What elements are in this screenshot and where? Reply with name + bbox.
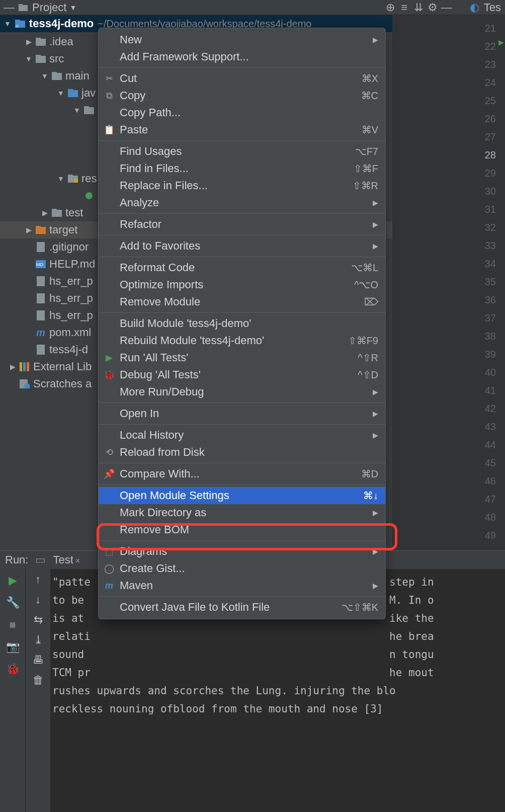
submenu-arrow-icon: ▶ [373,199,378,207]
context-menu: New▶Add Framework Support...✂Cut⌘X⧉Copy⌘… [98,28,386,619]
tree-arrow-icon[interactable]: ▼ [73,106,80,114]
menu-item[interactable]: New▶ [99,31,385,48]
line-number: 49 [392,526,505,544]
menu-item[interactable]: Optimize Imports^⌥O [99,276,385,293]
submenu-arrow-icon: ▶ [373,220,378,228]
scroll-icon[interactable]: ⤓ [34,633,43,646]
menu-item[interactable]: ▶Run 'All Tests'^⇧R [99,349,385,366]
line-number: 38 [392,327,505,345]
trash-icon[interactable]: 🗑 [33,674,44,687]
minimize-icon[interactable]: — [4,3,14,13]
menu-item-label: Open In [120,407,368,420]
menu-item[interactable]: Find in Files...⇧⌘F [99,160,385,177]
menu-item[interactable]: Add Framework Support... [99,48,385,65]
line-number: 31 [392,200,505,218]
line-number: 43 [392,418,505,436]
tree-arrow-icon[interactable]: ▶ [25,38,32,46]
menu-item[interactable]: Remove Module⌦ [99,293,385,310]
hide-icon[interactable]: — [442,3,452,13]
tree-arrow-icon[interactable]: ▼ [41,72,48,80]
tree-arrow-icon[interactable]: ▼ [57,175,64,183]
target-icon[interactable]: ⊕ [385,3,395,13]
up-arrow-icon[interactable]: ↑ [35,573,41,586]
menu-item[interactable]: ⟲Reload from Disk [99,444,385,461]
menu-item[interactable]: Replace in Files...⇧⌘R [99,177,385,194]
wrap-icon[interactable]: ⇆ [34,613,43,626]
menu-item[interactable]: Analyze▶ [99,194,385,211]
gear-icon[interactable]: ⚙ [428,3,438,13]
menu-item-shortcut: ^⇧R [358,352,378,364]
menu-item-label: Reformat Code [120,261,346,274]
print-icon[interactable]: 🖶 [33,654,44,667]
menu-item[interactable]: Find Usages⌥F7 [99,143,385,160]
menu-item[interactable]: Mark Directory as▶ [99,504,385,521]
line-number: 48 [392,508,505,526]
menu-item[interactable]: Add to Favorites▶ [99,237,385,255]
run-tab[interactable]: Test× [53,553,80,566]
menu-item-label: Local History [120,429,368,442]
line-number: 33 [392,236,505,255]
project-root-name: tess4j-demo [29,17,94,30]
menu-item[interactable]: Remove BOM [99,521,385,538]
menu-item[interactable]: 📋Paste⌘V [99,121,385,138]
camera-icon[interactable]: 📷 [5,639,20,655]
close-icon[interactable]: × [75,556,80,565]
wrench-icon[interactable]: 🔧 [5,595,20,610]
menu-item[interactable]: ✂Cut⌘X [99,70,385,87]
run-toolbar-primary: ▶ 🔧 ■ 📷 🐞 [0,569,25,812]
menu-item[interactable]: ⬚Diagrams▶ [99,543,385,560]
menu-separator [99,67,385,68]
menu-item[interactable]: 🐞Debug 'All Tests'^⇧D [99,366,385,383]
tree-node-icon [35,310,46,321]
menu-item[interactable]: Rebuild Module 'tess4j-demo'⇧⌘F9 [99,332,385,349]
bug-icon[interactable]: 🐞 [5,662,20,677]
menu-item[interactable]: Refactor▶ [99,216,385,233]
tree-arrow-icon[interactable]: ▼ [25,55,32,63]
tree-node-label: test [65,206,83,219]
menu-item[interactable]: Open Module Settings⌘↓ [99,487,385,504]
menu-item-icon: ⧉ [104,91,115,101]
gutter-run-icon[interactable]: ▶ [498,38,504,46]
menu-separator [99,140,385,141]
menu-separator [99,540,385,541]
menu-item[interactable]: Copy Path... [99,104,385,121]
line-number: 45 [392,454,505,472]
run-button[interactable]: ▶ [5,573,20,588]
menu-item[interactable]: mMaven▶ [99,577,385,594]
menu-item-shortcut: ⌘V [362,124,378,136]
svg-rect-31 [23,362,26,371]
run-tab-icon: ▭ [35,553,46,566]
menu-item[interactable]: Build Module 'tess4j-demo' [99,315,385,332]
project-icon [18,3,28,13]
menu-separator [99,484,385,485]
svg-rect-7 [36,56,46,63]
menu-item-label: Compare With... [120,467,356,480]
tree-arrow-icon[interactable]: ▶ [25,226,32,234]
submenu-arrow-icon: ▶ [373,547,378,555]
svg-rect-12 [68,89,73,91]
collapse-icon[interactable]: ⇊ [413,3,424,13]
down-arrow-icon[interactable]: ↓ [35,593,41,606]
svg-rect-17 [74,179,78,183]
project-dropdown[interactable]: Project ▼ [32,1,76,14]
tree-node-label: Scratches a [33,377,92,390]
menu-item[interactable]: Convert Java File to Kotlin File⌥⇧⌘K [99,599,385,616]
menu-item[interactable]: 📌Compare With...⌘D [99,465,385,482]
editor-tab-label[interactable]: Tes [484,1,501,14]
menu-item[interactable]: Local History▶ [99,427,385,444]
tree-node-icon [67,173,78,184]
expand-icon[interactable]: ≡ [399,3,409,13]
menu-item-icon: m [104,581,115,591]
menu-item-label: Copy Path... [120,106,378,119]
tree-arrow-icon[interactable]: ▼ [57,89,64,97]
stop-icon[interactable]: ■ [5,617,20,632]
menu-item[interactable]: Open In▶ [99,405,385,422]
menu-item-icon: 📌 [104,468,115,479]
menu-item-shortcut: ^⌥O [354,279,378,291]
menu-item[interactable]: ◯Create Gist... [99,560,385,577]
tree-arrow-icon[interactable]: ▶ [41,209,48,217]
menu-item[interactable]: ⧉Copy⌘C [99,87,385,104]
menu-item[interactable]: More Run/Debug▶ [99,383,385,400]
menu-item[interactable]: Reformat Code⌥⌘L [99,259,385,276]
tree-arrow-icon[interactable]: ▶ [9,363,16,371]
